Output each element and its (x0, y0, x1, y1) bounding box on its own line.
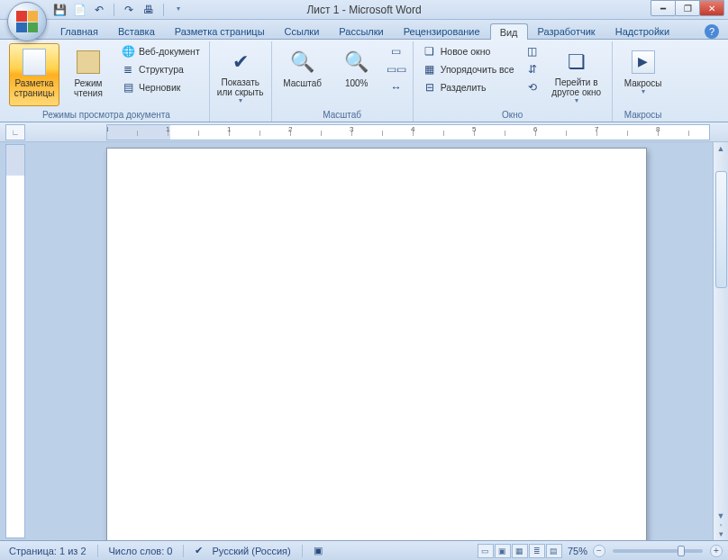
show-hide-button[interactable]: ✔︎ Показать или скрыть ▾ (215, 43, 266, 106)
new-window-button[interactable]: ❏Новое окно (419, 43, 518, 59)
ribbon-group-macros: ▶ Макросы ▾ Макросы (613, 41, 674, 122)
scroll-down-icon[interactable]: ▼ (717, 511, 725, 520)
workspace: ▲ ▼ ◦ ▾ (0, 142, 728, 540)
qat-save-icon[interactable]: 💾 (52, 3, 67, 17)
group-label-window: Окно (419, 109, 606, 122)
office-button[interactable] (7, 2, 47, 41)
tab-page-layout[interactable]: Разметка страницы (165, 23, 275, 39)
tab-developer[interactable]: Разработчик (528, 23, 605, 39)
one-page-button[interactable]: ▭ (386, 43, 407, 59)
tab-insert[interactable]: Вставка (108, 23, 165, 39)
zoom-in-button[interactable]: + (710, 545, 723, 557)
view-draft-icon[interactable]: ▤ (546, 544, 562, 558)
web-layout-button[interactable]: 🌐Веб-документ (117, 43, 204, 59)
show-hide-label: Показать или скрыть (216, 77, 265, 97)
qat-separator (163, 4, 164, 16)
zoom-slider[interactable] (613, 549, 703, 553)
two-pages-button[interactable]: ▭▭ (386, 61, 407, 77)
group-label-zoom: Масштаб (278, 109, 407, 122)
tab-addins[interactable]: Надстройки (605, 23, 679, 39)
document-area[interactable] (25, 142, 713, 540)
split-label: Разделить (441, 82, 487, 93)
maximize-button[interactable]: ❐ (675, 0, 700, 16)
qat-customize-dropdown[interactable]: ▾ (171, 2, 186, 16)
zoom-out-button[interactable]: − (593, 545, 605, 557)
office-logo-icon (16, 11, 38, 32)
browse-object-icon[interactable]: ◦ (719, 520, 722, 529)
chevron-down-icon: ▾ (575, 97, 578, 105)
arrange-all-label: Упорядочить все (441, 64, 514, 75)
switch-window-icon: ❏ (562, 48, 591, 76)
tab-selector[interactable]: ∟ (5, 124, 25, 140)
ribbon-group-show-hide: ✔︎ Показать или скрыть ▾ (210, 41, 272, 122)
qat-redo-icon[interactable]: ↷ (122, 3, 136, 17)
tab-review[interactable]: Рецензирование (394, 23, 490, 39)
one-page-icon: ▭ (389, 44, 404, 59)
scroll-up-icon[interactable]: ▲ (717, 144, 725, 153)
view-side-by-side-button[interactable]: ◫ (522, 43, 543, 59)
ruler-bar: ∟ (0, 122, 728, 142)
qat-open-icon[interactable]: 📄 (72, 3, 86, 17)
arrange-all-button[interactable]: ▦Упорядочить все (419, 61, 518, 77)
sync-scroll-button[interactable]: ⇵ (522, 61, 543, 77)
status-bar: Страница: 1 из 2 Число слов: 0 ✔︎ Русски… (0, 540, 728, 560)
minimize-button[interactable]: ━ (651, 0, 676, 16)
view-print-layout-icon[interactable]: ▭ (478, 544, 494, 558)
switch-windows-button[interactable]: ❏ Перейти в другое окно ▾ (547, 43, 606, 106)
page-icon (23, 49, 46, 76)
outline-button[interactable]: ≣Структура (117, 61, 204, 77)
group-label-show (215, 119, 266, 122)
tab-view[interactable]: Вид (490, 23, 528, 40)
zoom-100-button[interactable]: 🔍 100% (332, 43, 382, 106)
tab-mailings[interactable]: Рассылки (329, 23, 393, 39)
page-width-button[interactable]: ↔ (386, 79, 407, 95)
macros-button[interactable]: ▶ Макросы ▾ (618, 43, 669, 106)
scroll-thumb[interactable] (715, 171, 727, 288)
split-button[interactable]: ⊟Разделить (419, 79, 518, 95)
reading-layout-button[interactable]: Режим чтения (63, 43, 114, 106)
status-page[interactable]: Страница: 1 из 2 (5, 546, 90, 556)
view-web-icon[interactable]: ▦ (512, 544, 528, 558)
ribbon: Разметка страницы Режим чтения 🌐Веб-доку… (0, 40, 728, 122)
print-layout-button[interactable]: Разметка страницы (9, 43, 59, 106)
vertical-scrollbar[interactable]: ▲ ▼ ◦ ▾ (713, 142, 728, 540)
side-by-side-icon: ◫ (525, 44, 540, 59)
reading-layout-label: Режим чтения (64, 78, 113, 98)
document-page[interactable] (106, 148, 647, 540)
group-label-views: Режимы просмотра документа (9, 109, 204, 122)
ribbon-tabstrip: Главная Вставка Разметка страницы Ссылки… (0, 20, 728, 40)
status-word-count[interactable]: Число слов: 0 (105, 546, 177, 556)
magnifier-100-icon: 🔍 (342, 48, 371, 77)
status-separator (183, 545, 184, 557)
outline-label: Структура (139, 64, 184, 75)
reset-position-button[interactable]: ⟲ (522, 79, 543, 95)
horizontal-ruler[interactable] (106, 124, 710, 140)
zoom-100-label: 100% (345, 78, 369, 88)
page-width-icon: ↔ (389, 80, 404, 95)
status-separator (302, 545, 303, 557)
help-icon[interactable]: ? (705, 24, 719, 39)
view-reading-icon[interactable]: ▣ (495, 544, 511, 558)
tab-references[interactable]: Ссылки (275, 23, 330, 39)
tab-home[interactable]: Главная (50, 23, 108, 39)
ribbon-group-window: ❏Новое окно ▦Упорядочить все ⊟Разделить … (414, 41, 613, 122)
zoom-label: Масштаб (283, 78, 322, 88)
zoom-button[interactable]: 🔍 Масштаб (278, 43, 328, 106)
status-macro-recorder-icon[interactable]: ▣ (310, 545, 326, 556)
vertical-ruler[interactable] (5, 144, 25, 538)
view-shortcuts: ▭ ▣ ▦ ≣ ▤ (478, 544, 562, 558)
window-title: Лист 1 - Microsoft Word (306, 4, 421, 16)
qat-undo-icon[interactable]: ↶ (92, 3, 106, 17)
zoom-slider-knob[interactable] (678, 546, 685, 556)
zoom-level[interactable]: 75% (564, 546, 591, 556)
status-proofing-icon[interactable]: ✔︎ (191, 545, 206, 556)
qat-print-icon[interactable]: 🖶 (141, 3, 156, 17)
next-page-icon[interactable]: ▾ (719, 529, 723, 538)
view-outline-icon[interactable]: ≣ (529, 544, 545, 558)
web-layout-label: Веб-документ (139, 46, 200, 57)
status-language[interactable]: Русский (Россия) (208, 546, 294, 556)
chevron-down-icon: ▾ (642, 88, 645, 96)
draft-button[interactable]: ▤Черновик (117, 79, 204, 95)
book-icon (77, 50, 100, 74)
close-button[interactable]: ✕ (699, 0, 724, 16)
